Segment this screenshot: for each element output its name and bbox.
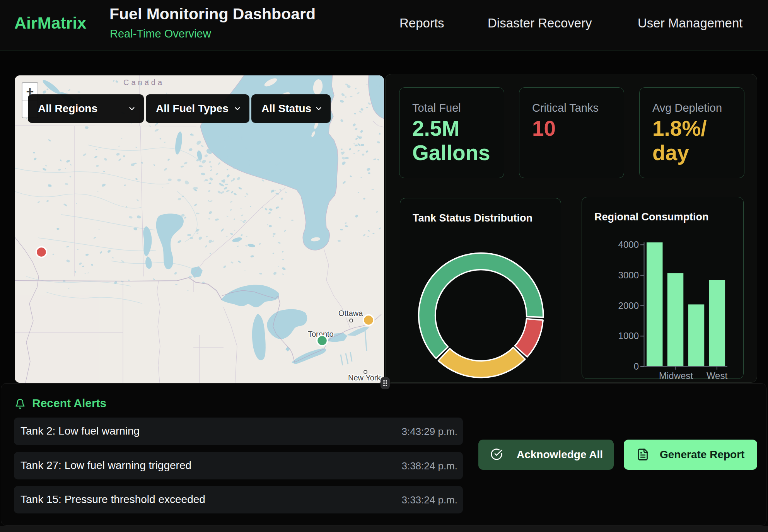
svg-text:Midwest: Midwest [659,370,693,379]
svg-text:1000: 1000 [618,331,639,341]
svg-text:West: West [707,370,728,379]
svg-text:Canada: Canada [123,78,164,87]
svg-text:0: 0 [634,361,639,372]
svg-text:Ottawa: Ottawa [338,309,363,317]
svg-text:3000: 3000 [618,270,639,280]
svg-text:2000: 2000 [618,300,639,311]
svg-text:4000: 4000 [618,239,639,250]
svg-text:New York: New York [348,373,381,382]
